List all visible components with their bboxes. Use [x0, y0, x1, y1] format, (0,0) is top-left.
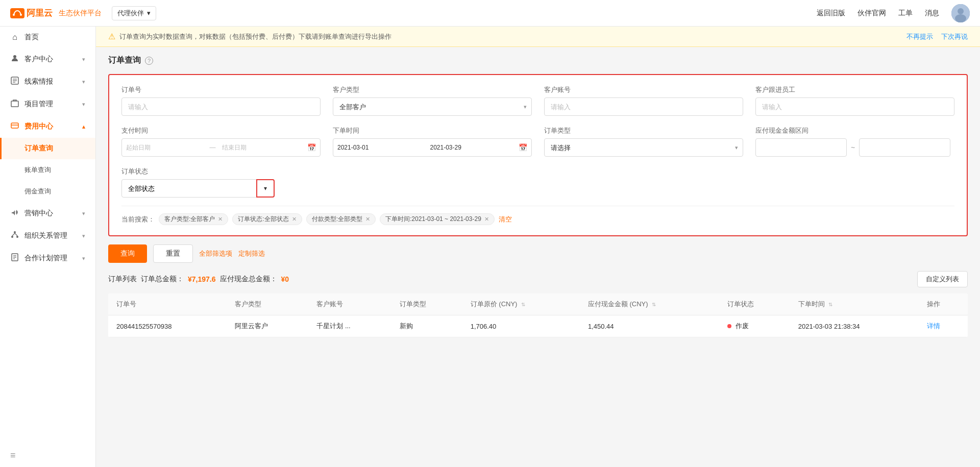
nav-message[interactable]: 消息 — [925, 9, 939, 18]
current-search-label: 当前搜索： — [121, 215, 155, 224]
order-no-input[interactable] — [121, 97, 321, 116]
table-header: 订单列表 订单总金额： ¥7,197.6 应付现金总金额： ¥0 自定义列表 — [108, 271, 968, 287]
payment-end-input[interactable] — [218, 144, 304, 151]
order-time-label: 下单时间 — [333, 126, 532, 135]
col-label-payable-amount: 应付现金金额 (CNY) — [588, 300, 648, 308]
col-label-action: 操作 — [927, 300, 940, 308]
sidebar-item-fees[interactable]: 费用中心 ▴ — [0, 115, 95, 138]
order-status-select[interactable]: 全部状态 已完成 已取消 作废 — [121, 179, 275, 198]
collapse-icon: ≡ — [10, 450, 16, 460]
nav-workorder[interactable]: 工单 — [898, 9, 913, 18]
order-end-input[interactable] — [426, 144, 515, 151]
alert-banner: ⚠ 订单查询为实时数据查询，对账数据（包括预付费、后付费）下载请到账单查询进行导… — [96, 27, 980, 47]
svg-point-1 — [20, 14, 22, 16]
detail-link[interactable]: 详情 — [927, 322, 940, 330]
calendar-icon-2[interactable]: 📅 — [514, 143, 531, 152]
sidebar-item-home[interactable]: ⌂ 首页 — [0, 27, 95, 48]
chevron-icon-projects: ▾ — [82, 101, 85, 108]
sidebar-label-commission: 佣金查询 — [24, 187, 51, 196]
table-title-area: 订单列表 订单总金额： ¥7,197.6 应付现金总金额： ¥0 — [108, 275, 289, 284]
all-filters-button[interactable]: 全部筛选项 — [199, 249, 232, 258]
col-header-customer-type: 客户类型 — [227, 293, 308, 315]
sidebar-item-marketing[interactable]: 营销中心 ▾ — [0, 202, 95, 225]
customer-account-label: 客户账号 — [544, 85, 743, 94]
sidebar-label-plan: 合作计划管理 — [24, 254, 67, 263]
org-icon — [10, 231, 19, 241]
order-type-select-wrapper: 请选择 新购 续费 升级 ▾ — [544, 138, 743, 157]
sidebar-label-projects: 项目管理 — [24, 100, 53, 109]
col-header-order-price[interactable]: 订单原价 (CNY) ⇅ — [462, 293, 580, 315]
sidebar-item-projects[interactable]: 项目管理 ▾ — [0, 93, 95, 115]
clear-all-button[interactable]: 清空 — [499, 215, 512, 224]
col-header-order-type: 订单类型 — [391, 293, 462, 315]
follow-employee-input[interactable] — [755, 97, 954, 116]
order-start-input[interactable] — [333, 144, 422, 151]
tag-close-customer-type[interactable]: ✕ — [218, 216, 223, 223]
sidebar-label-home: 首页 — [24, 33, 39, 42]
home-icon: ⌂ — [10, 33, 19, 42]
payment-time-label: 支付时间 — [121, 126, 321, 135]
platform-text: 生态伙伴平台 — [59, 9, 102, 18]
sidebar-label-order-query: 订单查询 — [24, 144, 53, 153]
current-search-area: 当前搜索： 客户类型:全部客户 ✕ 订单状态:全部状态 ✕ 付款类型:全部类型 … — [121, 206, 954, 225]
customer-type-select[interactable]: 全部客户 阿里云客户 新客户 — [333, 97, 532, 116]
sidebar-item-plan[interactable]: 合作计划管理 ▾ — [0, 247, 95, 269]
order-date-range: 📅 — [333, 138, 532, 157]
order-type-select[interactable]: 请选择 新购 续费 升级 — [544, 138, 743, 157]
tag-close-order-time[interactable]: ✕ — [484, 216, 489, 223]
sidebar-item-order-query[interactable]: 订单查询 — [0, 138, 95, 159]
col-header-order-no: 订单号 — [108, 293, 227, 315]
reset-button[interactable]: 重置 — [153, 244, 193, 263]
sidebar-label-org: 组织关系管理 — [24, 231, 67, 240]
avatar[interactable] — [951, 4, 970, 22]
warning-icon: ⚠ — [108, 32, 115, 41]
logo-text: 阿里云 — [27, 7, 53, 19]
calendar-icon[interactable]: 📅 — [303, 143, 320, 152]
sidebar-item-leads[interactable]: 线索情报 ▾ — [0, 70, 95, 93]
chevron-icon-plan: ▾ — [82, 255, 85, 262]
nav-partner-site[interactable]: 伙伴官网 — [857, 9, 886, 18]
form-row-1: 订单号 客户类型 全部客户 阿里云客户 新客户 ▾ — [121, 85, 954, 116]
col-header-order-time[interactable]: 下单时间 ⇅ — [790, 293, 919, 315]
customize-list-button[interactable]: 自定义列表 — [917, 271, 968, 287]
form-group-payment-time: 支付时间 — 📅 — [121, 126, 321, 157]
order-type-label: 订单类型 — [544, 126, 743, 135]
cell-order-no: 208441525570938 — [108, 315, 227, 337]
sidebar-item-org[interactable]: 组织关系管理 ▾ — [0, 225, 95, 247]
sidebar-item-commission[interactable]: 佣金查询 — [0, 181, 95, 202]
tag-close-payment-type[interactable]: ✕ — [365, 216, 370, 223]
status-text: 作废 — [736, 322, 749, 330]
payment-start-input[interactable] — [122, 144, 208, 151]
sidebar-collapse-button[interactable]: ≡ — [0, 444, 95, 467]
form-group-customer-type: 客户类型 全部客户 阿里云客户 新客户 ▾ — [333, 85, 532, 116]
cell-payable-amount: 1,450.44 — [580, 315, 719, 337]
cell-action: 详情 — [919, 315, 968, 337]
col-header-payable-amount[interactable]: 应付现金金额 (CNY) ⇅ — [580, 293, 719, 315]
form-group-order-status: 订单状态 全部状态 已完成 已取消 作废 ▾ — [121, 167, 305, 198]
sidebar-label-marketing: 营销中心 — [24, 209, 53, 218]
customer-account-input[interactable] — [544, 97, 743, 116]
cell-order-status: 作废 — [719, 315, 790, 337]
col-header-customer-account: 客户账号 — [308, 293, 391, 315]
help-icon[interactable]: ? — [145, 57, 153, 65]
partner-type-dropdown[interactable]: 代理伙伴 ▾ — [112, 6, 156, 20]
alert-no-remind[interactable]: 不再提示 — [906, 32, 933, 41]
tag-close-order-status[interactable]: ✕ — [292, 216, 297, 223]
amount-max-input[interactable] — [859, 138, 950, 157]
tag-text-order-status: 订单状态:全部状态 — [238, 215, 288, 224]
sidebar-item-customers[interactable]: 客户中心 ▾ — [0, 48, 95, 70]
alert-next-time[interactable]: 下次再说 — [941, 32, 968, 41]
alert-actions: 不再提示 下次再说 — [906, 32, 968, 41]
amount-min-input[interactable] — [755, 138, 847, 157]
query-button[interactable]: 查询 — [108, 244, 147, 263]
status-arrow-button[interactable]: ▾ — [256, 179, 275, 198]
custom-filter-button[interactable]: 定制筛选 — [238, 249, 265, 258]
plan-icon — [10, 253, 19, 263]
nav-return-old[interactable]: 返回旧版 — [817, 9, 845, 18]
form-row-2: 支付时间 — 📅 下单时间 — [121, 126, 954, 157]
form-row-3: 订单状态 全部状态 已完成 已取消 作废 ▾ — [121, 167, 954, 198]
col-label-order-status: 订单状态 — [727, 300, 754, 308]
svg-line-16 — [12, 233, 15, 236]
col-header-action: 操作 — [919, 293, 968, 315]
sidebar-item-bill-query[interactable]: 账单查询 — [0, 159, 95, 181]
